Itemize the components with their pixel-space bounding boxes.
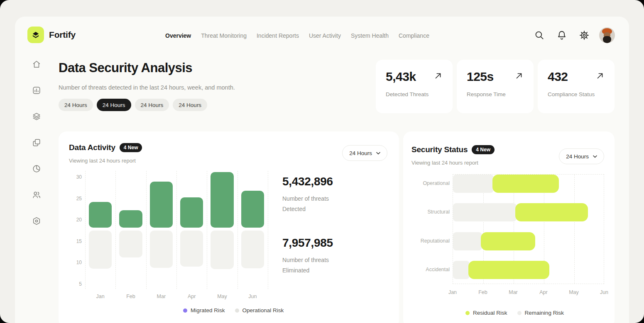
brand: Fortify bbox=[27, 27, 76, 43]
topbar-actions bbox=[532, 27, 615, 43]
range-dropdown-value: 24 Hours bbox=[349, 150, 372, 156]
range-dropdown[interactable]: 24 Hours bbox=[342, 145, 387, 161]
gridline bbox=[85, 171, 86, 289]
metric-label: Number of threats Eliminated bbox=[282, 255, 333, 276]
notifications-bell-icon[interactable] bbox=[554, 28, 569, 43]
nav-item-compliance[interactable]: Compliance bbox=[399, 32, 429, 39]
bar-migrated-risk bbox=[180, 197, 203, 228]
nav-item-overview[interactable]: Overview bbox=[165, 32, 191, 39]
data-activity-legend: Migrated Risk Operational Risk bbox=[183, 307, 284, 313]
category-label: Reputational bbox=[421, 238, 450, 244]
sidebar-pie-chart-icon[interactable] bbox=[32, 164, 41, 173]
x-tick-label: Apr bbox=[176, 294, 207, 299]
gridline bbox=[268, 171, 268, 289]
y-tick-label: 30 bbox=[76, 174, 82, 180]
sidebar-security-hexagon-icon[interactable] bbox=[32, 216, 41, 226]
category-label: Operational bbox=[423, 180, 450, 186]
nav-item-incident-reports[interactable]: Incident Reports bbox=[257, 32, 299, 39]
filter-pill-4[interactable]: 24 Hours bbox=[173, 99, 207, 111]
sidebar-users-icon[interactable] bbox=[32, 190, 41, 199]
card-title: Data Activity bbox=[69, 143, 115, 152]
filter-pill-3[interactable]: 24 Hours bbox=[135, 99, 169, 111]
plot-area bbox=[85, 171, 268, 289]
new-count-badge: 4 New bbox=[120, 143, 142, 152]
filter-pill-2-active[interactable]: 24 Hours bbox=[97, 99, 131, 111]
x-tick-label: May bbox=[563, 289, 584, 295]
fortify-logo-icon bbox=[27, 27, 44, 43]
x-tick-label: Jun bbox=[594, 289, 615, 295]
nav-item-user-activity[interactable]: User Activity bbox=[309, 32, 341, 39]
sidebar-home-icon[interactable] bbox=[32, 60, 41, 69]
bar-migrated-risk bbox=[211, 172, 233, 228]
desktop-background: Fortify Overview Threat Monitoring Incid… bbox=[0, 0, 644, 323]
bar-residual-risk bbox=[515, 203, 588, 221]
y-tick-label: 20 bbox=[76, 217, 82, 223]
metric-label: Number of threats Detected bbox=[282, 194, 333, 214]
gridline bbox=[115, 171, 116, 289]
stat-card-detected-threats: 5,43k Detected Threats bbox=[376, 60, 453, 113]
y-axis: 30252015105 bbox=[68, 171, 82, 289]
legend-item-operational-risk: Operational Risk bbox=[235, 307, 284, 313]
user-avatar[interactable] bbox=[599, 27, 615, 43]
y-tick-label: 15 bbox=[76, 238, 82, 244]
x-axis: JanFebMarAprMayJun bbox=[85, 294, 268, 301]
metric-value: 7,957,985 bbox=[282, 236, 333, 250]
stat-card-compliance-status: 432 Compliance Status bbox=[538, 60, 615, 113]
stats-row: 5,43k Detected Threats 125s Response Tim… bbox=[376, 60, 615, 113]
x-tick-label: Jan bbox=[442, 289, 463, 295]
bar-operational-risk bbox=[119, 231, 142, 257]
bar-operational-risk bbox=[211, 231, 233, 269]
security-status-bar-chart: OperationalStructuralReputationalAcciden… bbox=[411, 174, 604, 303]
sidebar-reports-icon[interactable] bbox=[32, 138, 41, 147]
x-tick-label: Mar bbox=[146, 294, 176, 299]
nav-item-system-health[interactable]: System Health bbox=[351, 32, 389, 39]
avatar-beard bbox=[603, 36, 611, 43]
filter-pill-1[interactable]: 24 Hours bbox=[59, 99, 93, 111]
legend-item-residual-risk: Residual Risk bbox=[465, 310, 507, 316]
bar-operational-risk bbox=[180, 231, 203, 267]
bar-residual-risk bbox=[492, 175, 559, 193]
gridline bbox=[146, 171, 147, 289]
arrow-up-right-icon[interactable] bbox=[595, 71, 605, 82]
bar-residual-risk bbox=[468, 261, 549, 279]
gridline bbox=[176, 171, 177, 289]
bar-migrated-risk bbox=[89, 202, 112, 228]
time-filter-pills: 24 Hours 24 Hours 24 Hours 24 Hours bbox=[59, 99, 207, 111]
bar-residual-risk bbox=[481, 232, 535, 250]
nav-item-threat-monitoring[interactable]: Threat Monitoring bbox=[201, 32, 247, 39]
x-tick-label: Feb bbox=[473, 289, 493, 295]
x-tick-label: Mar bbox=[503, 289, 524, 295]
arrow-up-right-icon[interactable] bbox=[433, 71, 443, 82]
bar-migrated-risk bbox=[241, 191, 264, 227]
category-label: Accidental bbox=[426, 267, 450, 272]
stat-label: Compliance Status bbox=[548, 91, 605, 97]
x-tick-label: Apr bbox=[533, 289, 554, 295]
top-nav: Overview Threat Monitoring Incident Repo… bbox=[165, 32, 429, 39]
arrow-up-right-icon[interactable] bbox=[514, 71, 524, 82]
sidebar-analytics-icon[interactable] bbox=[32, 86, 41, 95]
range-dropdown[interactable]: 24 Hours bbox=[559, 148, 604, 164]
bar-migrated-risk bbox=[119, 210, 142, 228]
metric-detected: 5,432,896 Number of threats Detected bbox=[282, 175, 333, 214]
bar-remaining-risk bbox=[453, 232, 482, 250]
y-tick-label: 5 bbox=[79, 281, 82, 287]
new-count-badge: 4 New bbox=[472, 145, 495, 154]
legend-dot bbox=[517, 311, 522, 315]
bar-migrated-risk bbox=[150, 182, 173, 228]
page-subtitle: Number of threats detected in the last 2… bbox=[59, 84, 235, 91]
gridline bbox=[207, 171, 207, 289]
security-status-legend: Residual Risk Remaining Risk bbox=[465, 310, 564, 316]
search-icon[interactable] bbox=[532, 28, 547, 43]
bar-operational-risk bbox=[150, 231, 173, 268]
legend-dot bbox=[235, 308, 239, 313]
charts-row: Data Activity 4 New Viewing last 24 hour… bbox=[59, 131, 615, 323]
stat-label: Response Time bbox=[467, 91, 524, 97]
chevron-down-icon bbox=[376, 152, 380, 155]
bar-remaining-risk bbox=[453, 175, 494, 193]
metric-value: 5,432,896 bbox=[282, 175, 333, 188]
brand-name: Fortify bbox=[49, 30, 76, 40]
sidebar-layers-icon[interactable] bbox=[32, 112, 41, 121]
settings-gear-icon[interactable] bbox=[577, 28, 592, 43]
legend-item-migrated-risk: Migrated Risk bbox=[183, 307, 225, 313]
legend-dot bbox=[183, 308, 187, 313]
